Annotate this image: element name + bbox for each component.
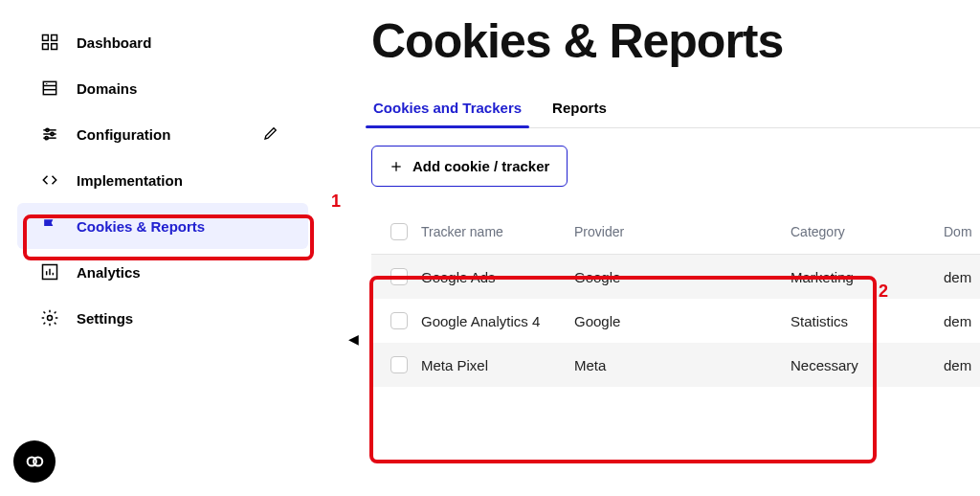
sidebar-item-implementation[interactable]: Implementation (0, 157, 316, 203)
svg-rect-1 (52, 35, 57, 41)
implementation-icon (40, 170, 59, 190)
sidebar-item-domains[interactable]: Domains (0, 65, 316, 111)
annotation-label-2: 2 (879, 282, 888, 302)
sidebar-item-label: Implementation (77, 172, 183, 189)
add-cookie-button[interactable]: Add cookie / tracker (371, 146, 568, 187)
cell-provider: Meta (574, 357, 791, 373)
cell-category: Necessary (791, 357, 944, 373)
cookie-icon (24, 451, 45, 472)
sidebar-item-label: Cookies & Reports (77, 218, 205, 235)
sidebar: Dashboard Domains Configuration Implemen… (0, 0, 316, 496)
row-checkbox[interactable] (390, 312, 408, 329)
trackers-table: Tracker name Provider Category Dom Googl… (371, 210, 980, 387)
tab-reports[interactable]: Reports (550, 90, 609, 127)
cell-provider: Google (574, 313, 791, 329)
flag-icon (40, 216, 59, 236)
col-provider: Provider (574, 224, 791, 239)
sidebar-item-label: Dashboard (77, 34, 151, 51)
row-checkbox[interactable] (390, 356, 408, 373)
cell-name: Google Analytics 4 (421, 313, 574, 329)
svg-point-22 (33, 457, 42, 465)
sidebar-item-label: Configuration (77, 126, 170, 143)
svg-rect-0 (43, 35, 49, 41)
add-cookie-label: Add cookie / tracker (412, 158, 549, 174)
plus-icon (390, 160, 403, 173)
configuration-icon (40, 124, 59, 144)
sidebar-item-cookies-reports[interactable]: Cookies & Reports (17, 203, 308, 249)
cell-name: Meta Pixel (421, 357, 574, 373)
col-domain: Dom (944, 224, 980, 239)
table-row[interactable]: Google Ads Google Marketing dem (371, 255, 980, 299)
select-all-checkbox[interactable] (390, 223, 408, 240)
svg-rect-2 (43, 44, 49, 50)
cell-provider: Google (574, 269, 791, 285)
sidebar-item-analytics[interactable]: Analytics (0, 249, 316, 295)
sidebar-item-label: Analytics (77, 264, 141, 281)
cell-category: Marketing (791, 269, 944, 285)
table-row[interactable]: Google Analytics 4 Google Statistics dem (371, 299, 980, 343)
tab-cookies-trackers[interactable]: Cookies and Trackers (371, 90, 523, 127)
cell-name: Google Ads (421, 269, 574, 285)
cell-domain: dem (944, 313, 980, 329)
sidebar-item-settings[interactable]: Settings (0, 295, 316, 341)
cell-domain: dem (944, 269, 980, 285)
analytics-icon (40, 262, 59, 282)
sidebar-item-configuration[interactable]: Configuration (0, 111, 316, 157)
col-tracker-name: Tracker name (421, 224, 574, 239)
col-category: Category (791, 224, 944, 239)
table-row[interactable]: Meta Pixel Meta Necessary dem (371, 343, 980, 387)
sidebar-item-label: Settings (77, 310, 133, 327)
domains-icon (40, 79, 59, 98)
tabs: Cookies and Trackers Reports (371, 90, 980, 128)
cell-domain: dem (944, 357, 980, 373)
settings-icon (40, 308, 59, 327)
mouse-cursor-icon: ◀ (348, 331, 359, 347)
cell-category: Statistics (791, 313, 944, 329)
fab-button[interactable] (13, 440, 56, 483)
annotation-label-1: 1 (331, 192, 341, 212)
table-header-row: Tracker name Provider Category Dom (371, 210, 980, 255)
dashboard-icon (40, 33, 59, 52)
sidebar-item-dashboard[interactable]: Dashboard (0, 19, 316, 65)
svg-rect-3 (52, 44, 57, 50)
svg-rect-4 (43, 81, 56, 94)
sidebar-item-label: Domains (77, 80, 137, 97)
row-checkbox[interactable] (390, 268, 408, 285)
page-title: Cookies & Reports (371, 13, 980, 69)
svg-point-18 (48, 316, 53, 321)
main-content: Cookies & Reports Cookies and Trackers R… (371, 0, 980, 496)
edit-icon[interactable] (262, 124, 279, 145)
